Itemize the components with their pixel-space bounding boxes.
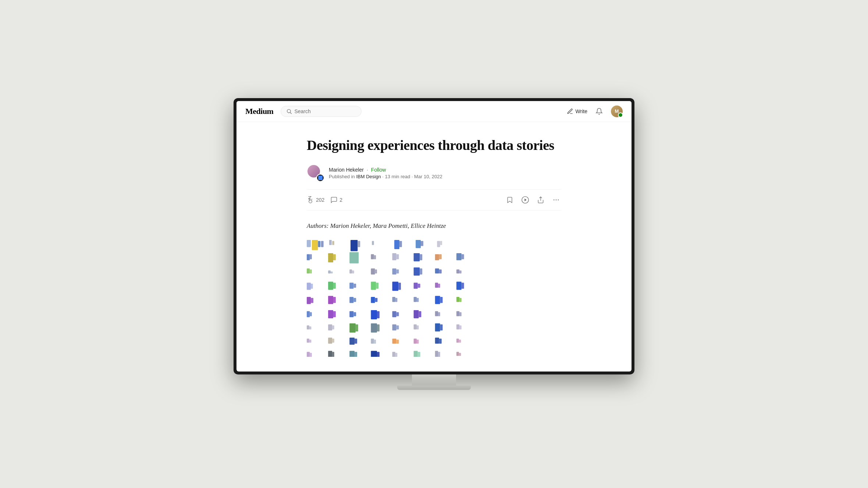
svg-rect-116 <box>435 323 440 331</box>
svg-rect-101 <box>438 312 440 316</box>
search-bar[interactable]: Search <box>281 106 362 117</box>
search-icon <box>286 108 292 114</box>
svg-rect-63 <box>376 283 378 289</box>
svg-rect-104 <box>307 326 309 330</box>
comments-button[interactable]: 2 <box>330 196 342 204</box>
share-icon <box>537 196 544 204</box>
svg-rect-75 <box>333 297 336 303</box>
svg-rect-95 <box>377 311 380 318</box>
svg-rect-133 <box>439 339 442 344</box>
svg-rect-112 <box>392 324 396 331</box>
svg-rect-89 <box>310 312 312 316</box>
svg-rect-98 <box>414 310 419 318</box>
svg-rect-27 <box>333 254 336 261</box>
svg-rect-122 <box>328 338 332 344</box>
svg-rect-96 <box>392 311 396 317</box>
svg-rect-66 <box>414 283 418 289</box>
author-info: Marion Hekeler · Follow Published in IBM… <box>329 167 442 179</box>
svg-rect-125 <box>355 339 357 344</box>
svg-rect-100 <box>435 311 438 316</box>
svg-point-6 <box>554 200 555 201</box>
svg-rect-93 <box>353 312 356 316</box>
bookmark-icon <box>506 196 513 204</box>
svg-rect-19 <box>399 241 402 247</box>
comments-count: 2 <box>339 197 342 203</box>
author-avatars <box>307 164 324 182</box>
publication-logo <box>318 176 323 180</box>
svg-rect-145 <box>395 353 398 357</box>
svg-rect-15 <box>351 240 357 251</box>
svg-rect-92 <box>349 311 353 317</box>
svg-rect-18 <box>394 240 399 249</box>
svg-rect-87 <box>459 298 462 302</box>
svg-rect-57 <box>311 284 313 289</box>
svg-rect-135 <box>459 340 461 342</box>
svg-rect-46 <box>371 269 375 275</box>
svg-point-2 <box>309 200 312 203</box>
svg-rect-21 <box>421 241 423 246</box>
monitor-stand-neck <box>412 374 456 385</box>
svg-rect-55 <box>459 270 462 273</box>
follow-button[interactable]: Follow <box>371 167 386 173</box>
publication-link[interactable]: IBM Design <box>356 174 381 179</box>
user-avatar[interactable]: M <box>611 105 623 117</box>
svg-rect-102 <box>456 311 459 316</box>
svg-rect-30 <box>371 254 374 259</box>
svg-rect-103 <box>459 312 462 316</box>
listen-button[interactable] <box>520 195 530 205</box>
svg-rect-17 <box>372 241 374 245</box>
svg-rect-118 <box>456 324 459 330</box>
svg-rect-79 <box>375 298 377 302</box>
svg-rect-41 <box>310 269 312 273</box>
notifications-button[interactable] <box>594 106 604 116</box>
svg-rect-136 <box>307 352 310 357</box>
svg-rect-85 <box>440 297 443 303</box>
article-content: Designing experiences through data stori… <box>298 122 570 372</box>
share-button[interactable] <box>536 195 546 205</box>
svg-rect-37 <box>439 254 442 259</box>
svg-rect-80 <box>392 297 395 302</box>
svg-rect-134 <box>456 339 459 343</box>
author-name[interactable]: Marion Hekeler <box>329 167 364 173</box>
svg-rect-138 <box>328 351 332 357</box>
more-options-button[interactable] <box>551 195 561 205</box>
svg-rect-126 <box>371 339 374 344</box>
svg-rect-144 <box>392 352 395 357</box>
svg-rect-150 <box>456 352 459 356</box>
svg-rect-65 <box>398 283 401 290</box>
svg-rect-12 <box>321 241 324 247</box>
separator: · <box>367 167 368 173</box>
svg-rect-120 <box>307 339 309 343</box>
svg-rect-106 <box>328 324 332 331</box>
svg-rect-111 <box>377 324 380 331</box>
svg-rect-13 <box>329 240 332 245</box>
svg-rect-119 <box>459 326 462 330</box>
svg-rect-10 <box>312 240 318 250</box>
svg-rect-69 <box>438 284 440 288</box>
svg-marker-4 <box>524 198 527 201</box>
svg-rect-47 <box>375 269 377 273</box>
save-button[interactable] <box>505 195 515 205</box>
svg-rect-76 <box>349 297 353 303</box>
svg-rect-114 <box>414 324 417 330</box>
svg-rect-62 <box>371 282 376 290</box>
author-name-row: Marion Hekeler · Follow <box>329 167 442 173</box>
medium-logo[interactable]: Medium <box>245 107 273 116</box>
svg-rect-67 <box>418 284 420 288</box>
publication-avatar <box>316 174 324 182</box>
svg-rect-25 <box>310 254 312 259</box>
svg-rect-11 <box>318 241 320 247</box>
navbar: Medium Search Write <box>236 101 632 122</box>
bell-icon <box>595 108 603 115</box>
claps-button[interactable]: 202 <box>307 196 324 204</box>
svg-rect-86 <box>456 297 459 302</box>
svg-rect-88 <box>307 311 310 317</box>
svg-rect-38 <box>456 253 462 260</box>
svg-rect-147 <box>418 352 420 357</box>
article-title: Designing experiences through data stori… <box>307 137 561 154</box>
svg-rect-74 <box>328 296 333 304</box>
write-button[interactable]: Write <box>567 108 587 115</box>
svg-rect-61 <box>353 284 356 288</box>
svg-rect-40 <box>307 269 310 274</box>
svg-rect-72 <box>307 297 311 304</box>
